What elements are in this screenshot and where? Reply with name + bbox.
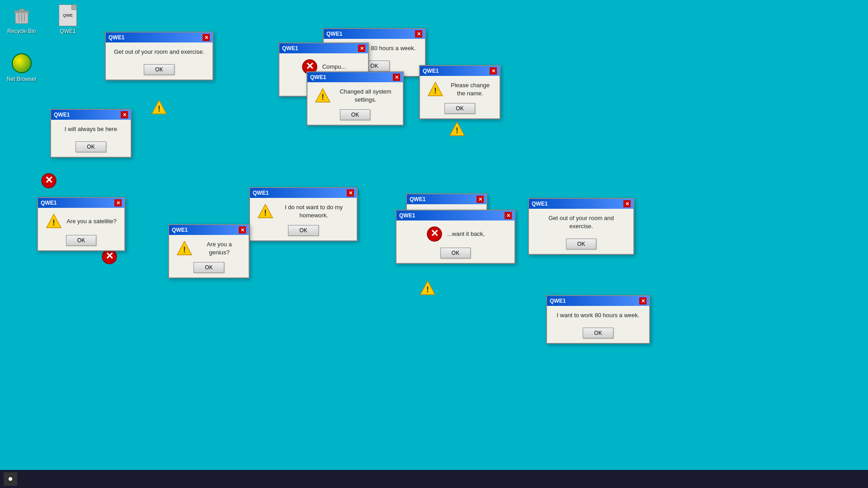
dialog-title-9: QWE1 [172, 227, 188, 233]
qwe1-file-image: QWE [57, 5, 79, 26]
dialog-always-here: QWE1 ✕ I will always be here OK [50, 109, 132, 158]
dialog-close-12[interactable]: ✕ [623, 200, 631, 207]
net-browser-label: Net Browser [7, 76, 37, 82]
dialog-close-5[interactable]: ✕ [490, 67, 497, 75]
net-browser-image [11, 52, 33, 74]
dialog-genius: QWE1 ✕ ! Are you a genius? OK [168, 224, 250, 278]
recycle-bin-image [11, 5, 33, 26]
dialog-title-2: QWE1 [326, 31, 342, 37]
dialog-title-7: QWE1 [41, 200, 57, 206]
dialog-titlebar-10: QWE1 ✕ [407, 194, 486, 204]
svg-text:!: ! [158, 104, 160, 113]
dialog-close-8[interactable]: ✕ [347, 189, 354, 197]
dialog-title-5: QWE1 [423, 68, 439, 74]
dialog-close-10[interactable]: ✕ [476, 196, 484, 203]
dialog-satellite: QWE1 ✕ ! Are you a satellite? OK [37, 197, 125, 251]
dialog-ok-8[interactable]: OK [288, 225, 318, 236]
warn-icon-5: ! [427, 81, 443, 98]
dialog-title-8: QWE1 [253, 190, 269, 196]
svg-text:!: ! [434, 86, 437, 95]
dialog-close-1[interactable]: ✕ [203, 34, 210, 41]
float-warn-2: ! [449, 121, 465, 137]
float-error-1: ✕ [41, 173, 57, 189]
svg-text:✕: ✕ [105, 250, 113, 262]
dialog-close-2[interactable]: ✕ [415, 30, 422, 38]
svg-text:!: ! [321, 93, 324, 102]
dialog-title-4: QWE1 [310, 74, 326, 80]
dialog-titlebar-1: QWE1 ✕ [106, 33, 212, 42]
taskbar [0, 470, 868, 488]
svg-rect-2 [19, 9, 24, 11]
svg-text:!: ! [426, 285, 429, 294]
dialog-ok-5[interactable]: OK [444, 103, 475, 114]
svg-text:!: ! [264, 208, 267, 217]
dialog-title-12: QWE1 [532, 201, 547, 207]
dialog-titlebar-11: QWE1 ✕ [396, 211, 514, 221]
error-icon-11: ✕ [426, 226, 443, 242]
dialog-title-6: QWE1 [54, 112, 70, 118]
warn-icon-4: ! [315, 88, 331, 104]
qwe1-file-icon[interactable]: QWE QWE1 [50, 5, 86, 34]
warn-icon-8: ! [257, 203, 274, 220]
dialog-message-11: ...want it back, [447, 230, 485, 238]
svg-text:!: ! [52, 218, 55, 227]
dialog-message-3: Compu... [322, 63, 346, 71]
dialog-message-13: I want to work 80 hours a week. [557, 311, 640, 319]
svg-text:!: ! [183, 245, 186, 254]
dialog-close-13[interactable]: ✕ [639, 297, 646, 305]
dialog-titlebar-6: QWE1 ✕ [51, 110, 131, 120]
dialog-close-3[interactable]: ✕ [358, 45, 365, 52]
dialog-message-12: Get out of your room and exercise. [536, 214, 626, 230]
dialog-exercise-2: QWE1 ✕ Get out of your room and exercise… [528, 198, 634, 255]
dialog-ok-4[interactable]: OK [340, 109, 370, 120]
dialog-want-back: QWE1 ✕ ✕ ...want it back, OK [396, 210, 515, 264]
net-browser-icon[interactable]: Net Browser [4, 52, 40, 82]
dialog-ok-6[interactable]: OK [75, 141, 106, 152]
float-warn-3: ! [420, 280, 436, 296]
dialog-ok-13[interactable]: OK [583, 328, 613, 338]
dialog-message-7: Are you a satellite? [66, 217, 117, 225]
dialog-ok-12[interactable]: OK [566, 239, 596, 249]
dialog-title-1: QWE1 [108, 34, 124, 41]
start-button[interactable] [4, 472, 17, 486]
dialog-ok-9[interactable]: OK [193, 262, 224, 273]
dialog-titlebar-2: QWE1 ✕ [324, 29, 425, 39]
warn-icon-7: ! [46, 213, 62, 230]
dialog-titlebar-5: QWE1 ✕ [420, 66, 500, 76]
dialog-message-4: Changed all system settings. [335, 88, 396, 104]
dialog-ok-11[interactable]: OK [440, 248, 471, 258]
qwe1-label: QWE1 [60, 28, 75, 34]
dialog-message-1: Get out of your room and exercise. [114, 48, 204, 56]
dialog-ok-7[interactable]: OK [66, 235, 96, 246]
dialog-work-2: QWE1 ✕ I want to work 80 hours a week. O… [546, 295, 650, 344]
dialog-titlebar-7: QWE1 ✕ [38, 198, 124, 208]
dialog-close-6[interactable]: ✕ [121, 111, 128, 118]
dialog-close-7[interactable]: ✕ [114, 199, 122, 206]
start-dot [9, 477, 12, 481]
warn-icon-9: ! [176, 240, 193, 257]
recycle-bin-label: Recycle Bin [7, 28, 36, 34]
dialog-homework: QWE1 ✕ ! I do not want to do my homework… [249, 187, 358, 241]
dialog-ok-1[interactable]: OK [144, 64, 174, 75]
dialog-titlebar-9: QWE1 ✕ [169, 225, 249, 235]
dialog-close-11[interactable]: ✕ [505, 212, 512, 219]
dialog-message-6: I will always be here [65, 125, 117, 133]
svg-text:✕: ✕ [430, 228, 439, 239]
recycle-bin-icon[interactable]: Recycle Bin [4, 5, 40, 34]
dialog-titlebar-12: QWE1 ✕ [529, 199, 633, 209]
dialog-system-settings: QWE1 ✕ ! Changed all system settings. OK [307, 71, 404, 126]
float-warn-1: ! [151, 99, 167, 116]
svg-text:✕: ✕ [45, 174, 53, 186]
dialog-change-name: QWE1 ✕ ! Please change the name. OK [419, 65, 500, 119]
dialog-title-10: QWE1 [410, 196, 425, 202]
dialog-titlebar-8: QWE1 ✕ [250, 188, 357, 198]
svg-text:✕: ✕ [306, 61, 314, 72]
dialog-message-9: Are you a genius? [197, 240, 241, 257]
dialog-titlebar-3: QWE1 ✕ [279, 43, 368, 53]
dialog-close-9[interactable]: ✕ [239, 226, 246, 234]
dialog-close-4[interactable]: ✕ [393, 74, 400, 81]
dialog-message-8: I do not want to do my homework. [278, 203, 349, 220]
dialog-message-5: Please change the name. [448, 81, 492, 98]
dialog-titlebar-13: QWE1 ✕ [547, 296, 649, 306]
dialog-title-3: QWE1 [282, 45, 298, 52]
